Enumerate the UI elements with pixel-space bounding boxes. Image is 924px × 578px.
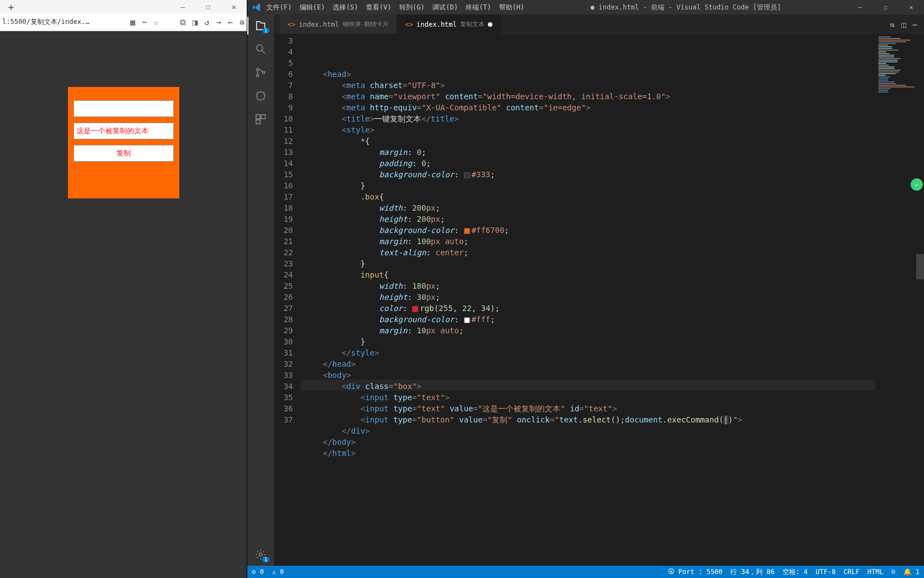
vscode-window-controls: — ☐ ✕ [847,3,924,11]
scrollbar-thumb[interactable] [916,254,924,279]
demo-box [68,87,179,198]
vscode-menubar: 文件(F) 编辑(E) 选择(S) 查看(V) 转到(G) 调试(D) 终端(T… [266,3,525,12]
source-control-icon[interactable] [254,66,267,79]
tab-sub: 复制文本 [460,20,485,28]
editor-tab-2[interactable]: <> index.html 复制文本 [397,14,501,34]
svg-point-0 [257,45,263,51]
status-errors[interactable]: ⊘ 0 ⚠ 0 [252,568,284,576]
vscode-minimize-icon[interactable]: — [847,3,873,11]
menu-help[interactable]: 帮助(H) [499,3,525,12]
browser-toolbar: l:5500/复制文本/index.html ▦ ⋯ ☆ ⧉ ◨ ↺ → ← ≡ [0,13,247,31]
copy-button[interactable] [74,145,174,162]
vscode-window: 文件(F) 编辑(E) 选择(S) 查看(V) 转到(G) 调试(D) 终端(T… [247,0,924,578]
minimize-icon[interactable]: — [170,0,195,13]
editor-area: <> index.html 钢铁侠-翻转卡片 <> index.html 复制文… [274,14,924,566]
svg-point-3 [262,71,265,74]
html-file-icon: <> [405,21,413,28]
status-encoding[interactable]: UTF-8 [815,568,835,576]
debug-icon[interactable] [254,89,267,103]
browser-window-controls: — ☐ ✕ [170,0,247,13]
qr-icon[interactable]: ▦ [130,17,135,27]
status-feedback[interactable]: ☺ [891,568,895,576]
activity-bar: 1 1 [247,14,274,566]
explorer-badge: 1 [262,28,270,33]
svg-point-1 [256,68,258,70]
vscode-logo-icon [251,1,263,13]
code-editor[interactable]: 3456789101112131415161718192021222324252… [274,34,924,566]
settings-gear-icon[interactable]: 1 [254,548,267,561]
status-left: ⊘ 0 ⚠ 0 [252,568,284,576]
status-bell[interactable]: 🔔 1 [903,568,920,576]
search-icon[interactable] [254,42,267,56]
line-gutter: 3456789101112131415161718192021222324252… [274,34,301,566]
refresh-icon[interactable]: ↺ [204,17,209,27]
browser-window: + — ☐ ✕ l:5500/复制文本/index.html ▦ ⋯ ☆ ⧉ ◨… [0,0,247,578]
status-lncol[interactable]: 行 34，列 86 [730,567,774,577]
vscode-titlebar: 文件(F) 编辑(E) 选择(S) 查看(V) 转到(G) 调试(D) 终端(T… [247,0,924,14]
browser-titlebar: + — ☐ ✕ [0,0,247,13]
demo-input-1[interactable] [74,100,174,117]
demo-input-2[interactable] [74,123,174,139]
status-bar: ⊘ 0 ⚠ 0 ⦿ Port : 5500 行 34，列 86 空格: 4 UT… [247,566,924,578]
menu-view[interactable]: 查看(V) [366,3,392,12]
svg-point-4 [257,92,265,100]
address-bar[interactable]: l:5500/复制文本/index.html [2,17,91,27]
svg-point-2 [256,74,258,76]
tab-label: index.html [299,21,339,28]
code-content[interactable]: <head> <meta charset="UTF-8"> <meta name… [301,34,875,566]
status-right: ⦿ Port : 5500 行 34，列 86 空格: 4 UTF-8 CRLF… [668,567,920,577]
split-editor-icon[interactable]: ◫ [901,20,906,29]
menu-edit[interactable]: 编辑(E) [300,3,325,12]
minimap[interactable] [875,34,924,566]
modified-dot-icon [488,22,492,27]
svg-rect-7 [256,120,260,124]
vscode-body: 1 1 <> inde [247,14,924,566]
svg-rect-6 [261,115,265,119]
maximize-icon[interactable]: ☐ [195,0,221,13]
back-icon[interactable]: ← [228,17,233,27]
menu-icon[interactable]: ≡ [239,17,245,27]
vscode-maximize-icon[interactable]: ☐ [873,3,898,11]
status-lang[interactable]: HTML [867,568,883,576]
more-icon[interactable]: ⋯ [142,17,147,27]
explorer-icon[interactable]: 1 [254,19,267,32]
toolbar-icons: ▦ ⋯ ☆ ⧉ ◨ ↺ → ← ≡ [130,17,245,27]
more-actions-icon[interactable]: ⋯ [913,20,917,29]
floating-badge[interactable]: ✓ [911,178,923,191]
menu-select[interactable]: 选择(S) [333,3,358,12]
library-icon[interactable]: ⧉ [180,17,186,27]
browser-viewport [0,31,247,578]
settings-badge: 1 [262,557,270,562]
svg-point-8 [259,553,262,556]
status-eol[interactable]: CRLF [843,568,859,576]
favorite-icon[interactable]: ☆ [154,17,159,27]
svg-rect-5 [256,115,260,119]
tab-sub: 钢铁侠-翻转卡片 [343,20,389,28]
menu-goto[interactable]: 转到(G) [399,3,425,12]
new-tab-button[interactable]: + [0,0,22,13]
tab-label: index.html [417,21,457,28]
sidebar-icon[interactable]: ◨ [193,17,198,27]
minimap-overview [878,36,918,86]
extensions-icon[interactable] [254,113,267,126]
menu-file[interactable]: 文件(F) [266,3,292,12]
close-icon[interactable]: ✕ [221,0,247,13]
forward-icon[interactable]: → [216,17,221,27]
tab-actions: ⇆ ◫ ⋯ [890,14,924,34]
status-spaces[interactable]: 空格: 4 [783,567,808,577]
menu-terminal[interactable]: 终端(T) [466,3,491,12]
editor-tabs: <> index.html 钢铁侠-翻转卡片 <> index.html 复制文… [274,14,924,34]
menu-debug[interactable]: 调试(D) [432,3,458,12]
editor-tab-1[interactable]: <> index.html 钢铁侠-翻转卡片 [280,14,397,34]
vscode-title: ● index.html - 前端 - Visual Studio Code [… [525,3,848,12]
compare-icon[interactable]: ⇆ [890,20,894,29]
vscode-close-icon[interactable]: ✕ [898,3,924,11]
html-file-icon: <> [287,21,295,28]
status-port[interactable]: ⦿ Port : 5500 [668,568,723,576]
